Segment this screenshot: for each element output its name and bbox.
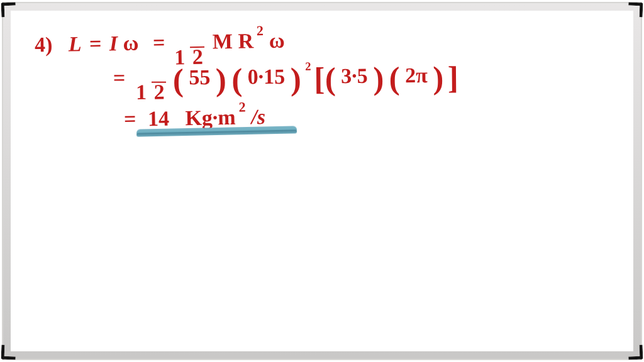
value-0-15: 0·15 [248,65,286,89]
half-2: 1 2 [136,82,167,102]
var-L: L [68,32,81,56]
unit-per-s: /s [251,105,265,129]
paren-open-3: ( [325,60,336,97]
paren-open-2: ( [231,61,242,97]
corner-bracket-bottom-left [1,345,16,360]
unit-kgm: Kg·m [185,106,236,130]
paren-close-1: ) [216,62,226,98]
var-I: I [109,31,118,55]
paren-open-4: ( [389,60,399,96]
value-2pi: 2π [405,63,428,87]
var-M: M [213,30,233,54]
line-2: = 1 2 ( 55 ) ( 0·15 ) 2 [ ( 3·5 ) ( 2π )… [109,58,458,103]
equals-3: = [113,66,126,90]
value-55: 55 [189,65,210,89]
whiteboard: 4) L = I ω = 1 2 M R 2 ω = 1 2 ( 55 ) ( … [2,2,642,360]
half-den-2: 2 [152,82,166,102]
bracket-open: [ [314,60,325,97]
corner-bracket-top-right [628,3,643,18]
equals-4: = [124,107,136,131]
var-R: R [238,29,253,53]
unit-sq: 2 [238,99,245,115]
value-14: 14 [148,106,170,131]
paren-close-2: ) [291,61,301,97]
corner-bracket-bottom-right [628,345,643,360]
bracket-close: ] [448,59,458,96]
var-omega-2: ω [269,28,285,52]
sq-2: 2 [305,60,311,74]
var-omega-1: ω [123,31,139,55]
problem-number: 4) [35,33,53,57]
paren-close-4: ) [433,60,443,96]
equals-1: = [89,31,102,55]
paren-close-3: ) [373,60,384,96]
equals-2: = [153,31,165,55]
paren-open-1: ( [173,62,184,98]
sq-1: 2 [257,23,264,39]
value-3-5: 3·5 [341,63,368,87]
corner-bracket-top-left [1,3,16,18]
half-num-2: 1 [136,83,147,102]
